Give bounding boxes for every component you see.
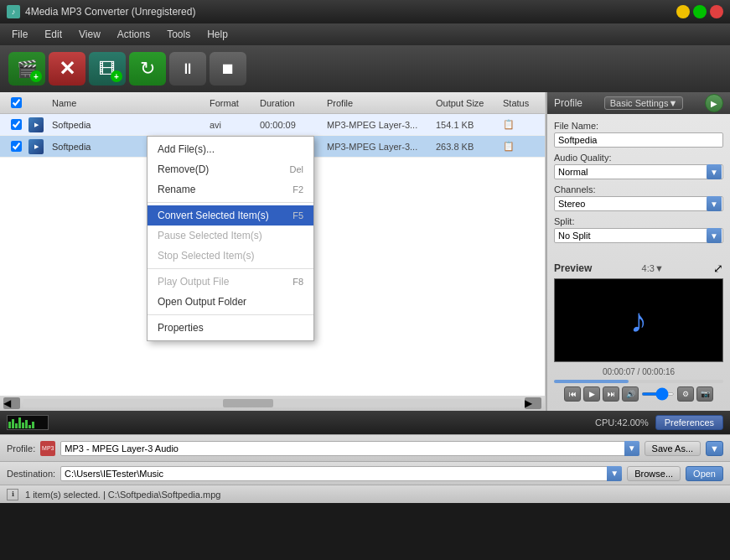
status-text: 1 item(s) selected. | C:\Softpedia\Softp… — [25, 490, 220, 500]
col-header-name[interactable]: Name — [49, 96, 206, 110]
scroll-left-btn[interactable]: ◀ — [3, 397, 20, 409]
music-note-icon: ♪ — [630, 302, 647, 340]
row-checkbox-2[interactable] — [11, 141, 22, 152]
horizontal-scrollbar[interactable]: ◀ ▶ — [0, 396, 545, 411]
table-row[interactable]: ▶ Softpedia avi 00:00:09 MP3-MPEG Layer-… — [0, 114, 545, 136]
ctx-properties[interactable]: Properties — [148, 318, 313, 338]
preview-expand-button[interactable]: ⤢ — [713, 262, 723, 275]
menu-tools[interactable]: Tools — [158, 27, 199, 42]
play-pause-button[interactable]: ▶ — [583, 386, 600, 402]
volume-button[interactable]: 🔊 — [622, 386, 639, 402]
menu-edit[interactable]: Edit — [36, 27, 70, 42]
row-checkbox-1[interactable] — [11, 119, 22, 130]
volume-slider[interactable] — [641, 392, 675, 396]
basic-settings-button[interactable]: Basic Settings▼ — [604, 96, 684, 110]
col-header-duration[interactable]: Duration — [256, 96, 324, 110]
menu-bar: File Edit View Actions Tools Help — [0, 23, 730, 45]
skip-back-button[interactable]: ⏮ — [564, 386, 581, 402]
dest-input[interactable] — [60, 466, 622, 481]
col-header-status[interactable]: Status — [500, 96, 541, 110]
scroll-right-btn[interactable]: ▶ — [525, 397, 541, 409]
ctx-remove[interactable]: Remove(D) Del — [148, 159, 313, 179]
ctx-stop-selected: Stop Selected Item(s) — [148, 246, 313, 266]
pause-button[interactable]: ⏸ — [169, 52, 206, 86]
title-bar-left: ♪ 4Media MP3 Converter (Unregistered) — [7, 5, 195, 18]
menu-help[interactable]: Help — [199, 27, 236, 42]
audio-quality-label: Audio Quality: — [554, 153, 723, 163]
play-header-button[interactable]: ▶ — [705, 94, 723, 112]
ctx-sep-3 — [148, 314, 313, 315]
title-controls — [676, 5, 723, 18]
settings-button[interactable]: ⚙ — [677, 386, 694, 402]
ctx-sep-2 — [148, 268, 313, 269]
file-list-area: Name Format Duration Profile Output Size… — [0, 92, 546, 411]
preview-box: ♪ — [554, 278, 723, 362]
menu-file[interactable]: File — [3, 27, 36, 42]
add-file-button[interactable]: 🎬 + — [8, 52, 45, 86]
profile-form: File Name: Audio Quality: Normal High Lo… — [547, 114, 730, 255]
ctx-play-output: Play Output File F8 — [148, 272, 313, 292]
minimize-button[interactable] — [676, 5, 690, 18]
row-duration-1: 00:00:09 — [256, 120, 324, 130]
time-display: 00:00:07 / 00:00:16 — [554, 367, 723, 376]
add-convert-button[interactable]: 🎞 + — [89, 52, 126, 86]
file-name-input[interactable] — [554, 132, 723, 148]
split-wrapper: No Split By Size By Time ▼ — [554, 228, 723, 243]
maximize-button[interactable] — [693, 5, 707, 18]
cpu-text: CPU:42.00% — [55, 417, 649, 428]
menu-actions[interactable]: Actions — [109, 27, 158, 42]
profile-bar: Profile: MP3 MP3 - MPEG Layer-3 Audio ▼ … — [0, 434, 730, 461]
row-profile-2: MP3-MPEG Layer-3... — [324, 142, 432, 152]
split-select[interactable]: No Split By Size By Time — [554, 228, 723, 243]
audio-quality-select[interactable]: Normal High Low — [554, 164, 723, 179]
cpu-visualizer — [7, 415, 49, 430]
context-menu: Add File(s)... Remove(D) Del Rename F2 C… — [147, 136, 314, 341]
row-profile-1: MP3-MPEG Layer-3... — [324, 120, 432, 130]
preview-ratio[interactable]: 4:3▼ — [642, 263, 664, 273]
profile-select[interactable]: MP3 - MPEG Layer-3 Audio — [60, 441, 639, 456]
progress-bar-wrap[interactable] — [554, 380, 723, 383]
screenshot-button[interactable]: 📷 — [696, 386, 713, 402]
col-header-format[interactable]: Format — [206, 96, 256, 110]
ctx-sep-1 — [148, 202, 313, 203]
title-bar: ♪ 4Media MP3 Converter (Unregistered) — [0, 0, 730, 23]
ctx-convert-selected[interactable]: Convert Selected Item(s) F5 — [148, 205, 313, 226]
table-body: ▶ Softpedia avi 00:00:09 MP3-MPEG Layer-… — [0, 114, 545, 396]
skip-forward-button[interactable]: ⏭ — [603, 386, 619, 402]
browse-button[interactable]: Browse... — [627, 466, 681, 481]
profile-bar-label: Profile: — [7, 443, 35, 454]
profile-header: Profile Basic Settings▼ ▶ — [547, 92, 730, 114]
preferences-button[interactable]: Preferences — [655, 415, 723, 430]
menu-view[interactable]: View — [70, 27, 109, 42]
convert-button[interactable]: ↻ — [129, 52, 166, 86]
scrollbar-track[interactable] — [23, 399, 521, 407]
ctx-open-folder[interactable]: Open Output Folder — [148, 292, 313, 312]
open-button[interactable]: Open — [686, 466, 723, 481]
progress-bar-fill — [554, 380, 629, 383]
remove-button[interactable]: ✕ — [49, 52, 85, 86]
save-dropdown-button[interactable]: ▼ — [706, 441, 723, 456]
channels-select[interactable]: Stereo Mono — [554, 196, 723, 211]
stop-button[interactable]: ⏹ — [210, 52, 246, 86]
profile-select-wrap: MP3 - MPEG Layer-3 Audio ▼ — [60, 441, 639, 456]
table-header: Name Format Duration Profile Output Size… — [0, 92, 545, 114]
status-bar: ℹ 1 item(s) selected. | C:\Softpedia\Sof… — [0, 485, 730, 503]
col-header-profile[interactable]: Profile — [324, 96, 432, 110]
dest-input-wrap: ▼ — [60, 466, 622, 481]
select-all-checkbox[interactable] — [11, 97, 22, 108]
row-size-1: 154.1 KB — [432, 120, 500, 130]
save-as-button[interactable]: Save As... — [645, 441, 702, 456]
mp3-icon: MP3 — [40, 441, 55, 456]
scrollbar-thumb[interactable] — [223, 399, 273, 407]
ctx-add-files[interactable]: Add File(s)... — [148, 139, 313, 159]
file-icon-1: ▶ — [28, 117, 44, 132]
cpu-bar: CPU:42.00% Preferences — [0, 411, 730, 434]
app-icon: ♪ — [7, 5, 20, 18]
file-name-label: File Name: — [554, 121, 723, 131]
ctx-rename[interactable]: Rename F2 — [148, 179, 313, 200]
row-status-1: 📋 — [500, 119, 541, 130]
right-panel: Profile Basic Settings▼ ▶ File Name: Aud… — [546, 92, 730, 411]
close-button[interactable] — [710, 5, 723, 18]
channels-wrapper: Stereo Mono ▼ — [554, 196, 723, 211]
col-header-size[interactable]: Output Size — [432, 96, 500, 110]
